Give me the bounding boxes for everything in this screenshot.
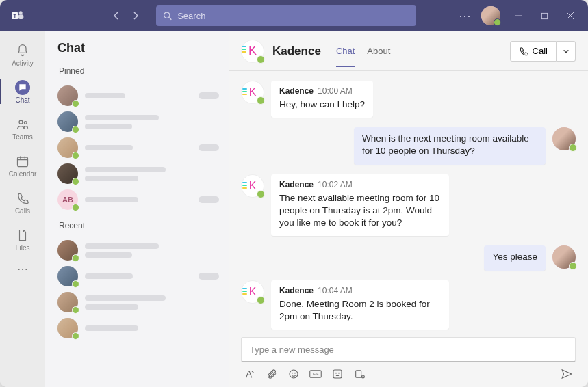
tab-about[interactable]: About [367,46,390,67]
call-dropdown-button[interactable] [557,41,576,62]
compose-input-box[interactable] [241,337,576,362]
chat-list-item[interactable] [57,263,219,289]
message-text: Yes please [492,251,537,263]
message-row: K Kadence10:02 AM The next available mee… [241,174,576,237]
sticker-button[interactable] [331,368,344,380]
svg-rect-14 [333,370,342,378]
rail-label: Chat [15,96,29,104]
svg-text:T: T [14,13,17,19]
chat-list-item[interactable]: AB [57,187,219,213]
rail-activity[interactable]: Activity [0,37,45,72]
message-sender: Kadence [279,286,314,295]
bot-avatar: K [241,40,264,63]
svg-point-11 [295,373,296,373]
rail-teams[interactable]: Teams [0,111,45,146]
message-text: Hey, how can I help? [279,98,365,111]
app-rail: Activity Chat Teams Calendar Calls Files [0,31,45,387]
chat-list-item[interactable] [57,83,219,109]
compose-input[interactable] [250,345,567,355]
more-compose-button[interactable] [353,368,366,380]
message-bubble[interactable]: Kadence10:04 AM Done. Meeting Room 2 is … [271,280,449,330]
svg-point-6 [19,120,23,124]
chat-list-item[interactable] [57,109,219,135]
message-sender: Kadence [279,86,314,96]
rail-label: Calls [15,207,30,215]
recent-section-label: Recent [59,221,219,230]
conversation-title: Kadence [272,44,321,58]
nav-back-button[interactable] [108,8,125,24]
window-maximize-button[interactable] [536,8,552,24]
avatar [57,240,78,261]
message-sender: Kadence [279,180,314,189]
message-time: 10:02 AM [318,180,353,189]
avatar [57,163,78,184]
format-button[interactable] [244,368,256,380]
rail-more-button[interactable]: ⋯ [17,263,29,276]
title-bar: T ⋯ [0,0,588,31]
rail-label: Files [15,244,29,252]
svg-point-16 [339,373,340,373]
teams-icon [15,117,30,132]
search-input[interactable] [177,11,409,21]
message-time: 10:04 AM [318,286,353,295]
svg-rect-3 [18,14,24,19]
bot-avatar: K [241,280,264,304]
message-bubble[interactable]: Kadence10:00 AM Hey, how can I help? [271,81,373,118]
chat-list-item[interactable] [57,161,219,187]
rail-label: Calendar [9,170,37,178]
svg-point-15 [336,373,337,373]
svg-point-4 [164,12,170,18]
avatar-initials: AB [57,189,78,210]
more-options-button[interactable]: ⋯ [459,8,472,23]
phone-icon [519,46,528,56]
bell-icon [15,43,30,58]
gif-button[interactable]: GIF [309,368,322,380]
search-box[interactable] [156,5,416,26]
chat-list-item[interactable] [57,289,219,315]
message-bubble[interactable]: Yes please [484,245,546,270]
message-text: The next available meeting room for 10 p… [279,192,441,230]
app-window: T ⋯ Activity [0,0,588,387]
chat-list-item[interactable] [57,315,219,341]
conversation-tabs: Chat About [336,46,390,56]
message-bubble[interactable]: When is the next meeting room available … [354,127,546,164]
avatar [57,85,78,106]
message-list: K Kadence10:00 AM Hey, how can I help? W… [229,71,588,333]
user-avatar [552,245,576,269]
rail-calls[interactable]: Calls [0,185,45,220]
nav-forward-button[interactable] [127,8,144,24]
rail-calendar[interactable]: Calendar [0,148,45,183]
tab-chat[interactable]: Chat [336,46,355,67]
message-time: 10:00 AM [318,86,353,96]
conversation-panel: K Kadence Chat About Call [229,31,588,387]
avatar [57,292,78,312]
call-button[interactable]: Call [510,41,557,62]
svg-rect-17 [356,371,361,378]
message-row: Yes please [241,245,576,270]
svg-rect-8 [18,157,28,166]
rail-chat[interactable]: Chat [0,74,45,109]
bot-avatar: K [241,81,264,104]
current-user-avatar[interactable] [481,6,500,25]
avatar [57,137,78,158]
bot-avatar: K [241,174,264,198]
chat-list-panel: Chat Pinned AB Recent [45,31,229,387]
message-bubble[interactable]: Kadence10:02 AM The next available meeti… [271,174,449,237]
svg-point-10 [292,373,293,373]
svg-rect-5 [541,13,547,18]
attach-button[interactable] [266,368,278,380]
emoji-button[interactable] [287,368,300,380]
chat-list-item[interactable] [57,135,219,161]
avatar [57,111,78,132]
user-avatar [552,127,576,150]
window-minimize-button[interactable] [510,8,526,24]
rail-files[interactable]: Files [0,222,45,257]
send-button[interactable] [561,368,573,380]
message-row: K Kadence10:04 AM Done. Meeting Room 2 i… [241,280,576,330]
window-close-button[interactable] [562,8,578,24]
chat-list-item[interactable] [57,237,219,263]
call-button-label: Call [533,46,548,56]
message-text: Done. Meeting Room 2 is booked for 2pm o… [279,298,441,323]
chevron-down-icon [563,48,570,55]
rail-label: Teams [12,133,32,141]
